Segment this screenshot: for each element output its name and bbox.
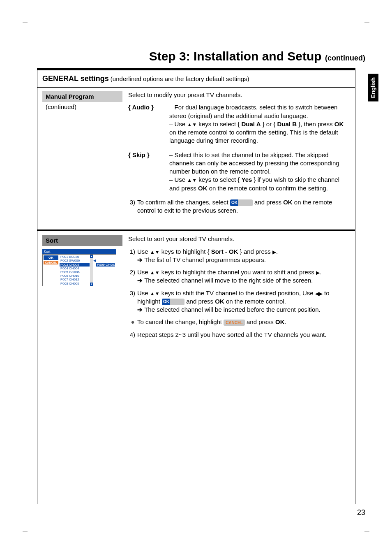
crop-mark — [357, 16, 369, 29]
sort-step-2-result: The selected channel will move to the ri… — [137, 276, 350, 285]
sort-step-1-result: The list of TV channel programmes appear… — [137, 256, 350, 264]
manual-step-3: 3) To confirm all the changes, select OK… — [128, 198, 350, 215]
page-number: 23 — [357, 508, 365, 517]
bullet-icon: ● — [128, 318, 137, 326]
sort-step-3: 3) Use ▲▼ keys to shift the TV channel t… — [128, 289, 350, 314]
skip-option: { Skip } – Select this to set the channe… — [128, 151, 350, 192]
sort-step-2: 2) Use ▲▼ keys to highlight the channel … — [128, 268, 350, 285]
title-continued: (continued) — [325, 54, 365, 62]
language-tab: English — [368, 74, 378, 102]
audio-option: { Audio } – For dual language broadcasts… — [128, 103, 350, 145]
skip-desc-1: – Select this to set the channel to be s… — [169, 151, 350, 176]
ok-badge: OK — [230, 199, 253, 206]
osd-channel-list: P001 BC020 P002 SW006 P003 CH008 P004 CH… — [59, 255, 90, 286]
up-down-icon: ▲▼ — [150, 291, 160, 297]
osd-title: Sort — [42, 249, 116, 254]
manual-program-continued: (continued) — [42, 103, 122, 110]
crop-mark — [23, 16, 35, 29]
sort-step-4: 4) Repeat steps 2~3 until you have sorte… — [128, 331, 350, 339]
header-bold: GENERAL settings — [42, 74, 109, 83]
osd-ok-button: OK — [44, 255, 58, 260]
right-icon: ▶ — [316, 270, 320, 276]
title-main: Step 3: Installation and Setup — [149, 49, 325, 63]
sort-step-3-result: The selected channel will be inserted be… — [137, 306, 350, 314]
right-icon: ▶ — [272, 249, 276, 255]
osd-left-arrow-icon: ◀ — [93, 255, 96, 286]
skip-desc-2: – Use ▲▼ keys to select { Yes } if you w… — [169, 176, 350, 192]
osd-scroll-down-icon: ▼ — [90, 283, 93, 286]
osd-scroll-up-icon: ▲ — [90, 255, 93, 258]
crop-mark — [357, 525, 369, 538]
page-title: Step 3: Installation and Setup (continue… — [149, 49, 365, 63]
ok-badge: OK — [162, 299, 184, 305]
cancel-badge: CANCEL — [224, 320, 245, 326]
up-down-icon: ▲▼ — [150, 270, 160, 276]
sort-step-1: 1) Use ▲▼ keys to highlight { Sort - OK … — [128, 248, 350, 264]
manual-intro: Select to modify your preset TV channels… — [128, 91, 350, 99]
audio-desc-2: – Use ▲▼ keys to select { Dual A } or { … — [169, 120, 350, 145]
audio-desc-1: – For dual language broadcasts, select t… — [169, 103, 350, 120]
left-right-icon: ◀▶ — [315, 291, 323, 297]
content-frame: GENERAL settings (underlined options are… — [37, 68, 355, 504]
up-down-icon: ▲▼ — [187, 122, 197, 127]
sort-osd-screenshot: Sort OK CANCEL P001 BC020 P002 SW006 P00… — [42, 249, 116, 286]
osd-cancel-button: CANCEL — [44, 261, 58, 264]
sort-cancel-bullet: ● To cancel the change, highlight CANCEL… — [128, 318, 350, 326]
osd-picked-channel: P009 CH001 — [96, 263, 115, 267]
sort-intro: Select to sort your stored TV channels. — [128, 235, 350, 243]
skip-key: { Skip } — [128, 151, 150, 158]
up-down-icon: ▲▼ — [150, 249, 160, 255]
audio-key: { Audio } — [128, 104, 154, 111]
up-down-icon: ▲▼ — [187, 177, 197, 183]
header-rest: (underlined options are the factory defa… — [109, 75, 249, 82]
manual-program-label: Manual Program — [42, 91, 122, 102]
general-settings-header: GENERAL settings (underlined options are… — [37, 70, 355, 88]
sort-label: Sort — [42, 235, 122, 246]
crop-mark — [23, 525, 35, 538]
